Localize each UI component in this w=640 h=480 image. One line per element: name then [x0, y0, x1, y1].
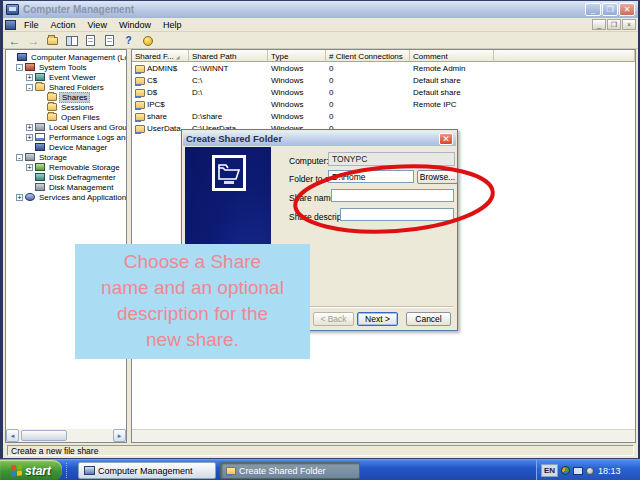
share-row-share[interactable]: share D:\share Windows 0: [132, 110, 635, 122]
column-comment[interactable]: Comment: [410, 50, 494, 62]
tray-display-icon[interactable]: [573, 467, 583, 475]
quick-launch-grip[interactable]: [66, 463, 71, 478]
console-window-icon[interactable]: [5, 20, 16, 30]
windows-flag-icon: [11, 464, 22, 476]
tree-item-local-users[interactable]: +Local Users and Groups: [6, 122, 126, 132]
dialog-title-bar: Create Shared Folder ✕: [183, 131, 456, 146]
tree-item-performance[interactable]: +Performance Logs and Alerts: [6, 132, 126, 142]
column-shared-path[interactable]: Shared Path: [189, 50, 268, 62]
tree-item-open-files[interactable]: Open Files: [6, 112, 126, 122]
restore-button[interactable]: ❐: [602, 3, 618, 16]
shared-folder-icon: [135, 113, 145, 121]
shared-folder-icon: [135, 89, 145, 97]
share-row-d[interactable]: D$ D:\ Windows 0 Default share: [132, 86, 635, 98]
show-hide-tree-icon[interactable]: [64, 34, 79, 47]
cancel-button[interactable]: Cancel: [406, 312, 451, 326]
scrollbar-thumb[interactable]: [21, 430, 67, 441]
share-row-ipc[interactable]: IPC$ Windows 0 Remote IPC: [132, 98, 635, 110]
column-type[interactable]: Type: [268, 50, 326, 62]
menu-file[interactable]: File: [18, 19, 45, 31]
tree-item-removable-storage[interactable]: +Removable Storage: [6, 162, 126, 172]
dialog-close-icon[interactable]: ✕: [439, 133, 453, 145]
callout-line: Choose a Share: [75, 249, 310, 275]
next-button[interactable]: Next >: [357, 312, 398, 326]
screen: Computer Management _ ❐ ✕ File Action Vi…: [0, 0, 640, 480]
shared-folder-icon: [135, 101, 145, 109]
system-tools-icon: [25, 63, 35, 71]
child-close-button[interactable]: ×: [622, 19, 636, 30]
column-shared-folder[interactable]: Shared F...: [132, 50, 189, 62]
computer-icon: [84, 466, 95, 475]
minimize-button[interactable]: _: [585, 3, 601, 16]
tree-item-computer-management[interactable]: Computer Management (Local): [6, 52, 126, 62]
callout-line: description for the: [75, 301, 310, 327]
menu-view[interactable]: View: [82, 19, 113, 31]
callout-line: name and an optional: [75, 275, 310, 301]
tree-item-storage[interactable]: -Storage: [6, 152, 126, 162]
scroll-right-icon[interactable]: ▸: [113, 429, 126, 442]
browse-button[interactable]: Browse...: [417, 170, 458, 184]
help-icon[interactable]: ?: [121, 34, 136, 47]
device-manager-icon: [35, 143, 45, 151]
system-tray: EN 18:13: [536, 460, 640, 480]
export-list-icon[interactable]: [102, 34, 117, 47]
back-icon[interactable]: ←: [7, 34, 22, 47]
start-button[interactable]: start: [0, 460, 62, 480]
tree-item-shares[interactable]: Shares: [6, 92, 126, 102]
taskbar-button-computer-management[interactable]: Computer Management: [78, 462, 216, 479]
share-description-input[interactable]: [340, 208, 454, 221]
tray-status-icon[interactable]: [586, 467, 594, 475]
child-minimize-button[interactable]: _: [592, 19, 606, 30]
tree-item-shared-folders[interactable]: -Shared Folders: [6, 82, 126, 92]
defrag-icon: [35, 173, 45, 181]
menu-help[interactable]: Help: [157, 19, 188, 31]
shared-folder-icon: [135, 77, 145, 85]
share-name-input[interactable]: [331, 189, 454, 202]
computer-label: Computer:: [289, 156, 329, 166]
shared-folder-wizard-icon: [212, 155, 246, 191]
title-bar: Computer Management _ ❐ ✕: [3, 1, 638, 18]
status-bar: Create a new file share: [5, 444, 636, 457]
tree-item-event-viewer[interactable]: +Event Viewer: [6, 72, 126, 82]
taskbar-button-create-shared-folder[interactable]: Create Shared Folder: [220, 462, 360, 479]
language-indicator[interactable]: EN: [541, 464, 558, 477]
performance-icon: [35, 133, 45, 141]
shared-folder-icon: [135, 65, 145, 73]
tree-item-disk-defragmenter[interactable]: Disk Defragmenter: [6, 172, 126, 182]
tree-horizontal-scrollbar[interactable]: ◂ ▸: [6, 429, 126, 442]
new-share-icon[interactable]: [140, 34, 155, 47]
child-restore-button[interactable]: ❐: [607, 19, 621, 30]
share-row-admin[interactable]: ADMIN$ C:\WINNT Windows 0 Remote Admin: [132, 62, 635, 74]
up-folder-icon[interactable]: [45, 34, 60, 47]
back-button[interactable]: < Back: [313, 312, 354, 326]
computer-management-icon: [6, 4, 19, 15]
sort-icon: [176, 52, 180, 61]
computer-field: TONYPC: [328, 152, 455, 166]
list-horizontal-scrollbar[interactable]: [132, 429, 635, 442]
users-icon: [35, 123, 45, 131]
scroll-left-icon[interactable]: ◂: [6, 429, 19, 442]
menu-action[interactable]: Action: [45, 19, 82, 31]
tree-item-services[interactable]: +Services and Applications: [6, 192, 126, 202]
forward-icon[interactable]: →: [26, 34, 41, 47]
tree-item-sessions[interactable]: Sessions: [6, 102, 126, 112]
taskbar-clock[interactable]: 18:13: [598, 466, 621, 476]
column-client-connections[interactable]: # Client Connections: [326, 50, 410, 62]
folder-icon: [35, 83, 45, 91]
tree-item-disk-management[interactable]: Disk Management: [6, 182, 126, 192]
disk-management-icon: [35, 183, 45, 191]
callout-line: new share.: [75, 327, 310, 353]
event-viewer-icon: [35, 73, 45, 81]
folder-to-share-input[interactable]: [328, 170, 414, 183]
properties-icon[interactable]: [83, 34, 98, 47]
menu-window[interactable]: Window: [113, 19, 157, 31]
tray-ball-icon[interactable]: [561, 466, 570, 475]
list-header: Shared F... Shared Path Type # Client Co…: [132, 50, 635, 62]
tree-item-device-manager[interactable]: Device Manager: [6, 142, 126, 152]
tree-item-system-tools[interactable]: -System Tools: [6, 62, 126, 72]
shared-folder-icon: [47, 93, 57, 101]
folder-icon: [47, 113, 57, 121]
shared-folder-icon: [226, 467, 236, 475]
close-button[interactable]: ✕: [619, 3, 635, 16]
share-row-c[interactable]: C$ C:\ Windows 0 Default share: [132, 74, 635, 86]
